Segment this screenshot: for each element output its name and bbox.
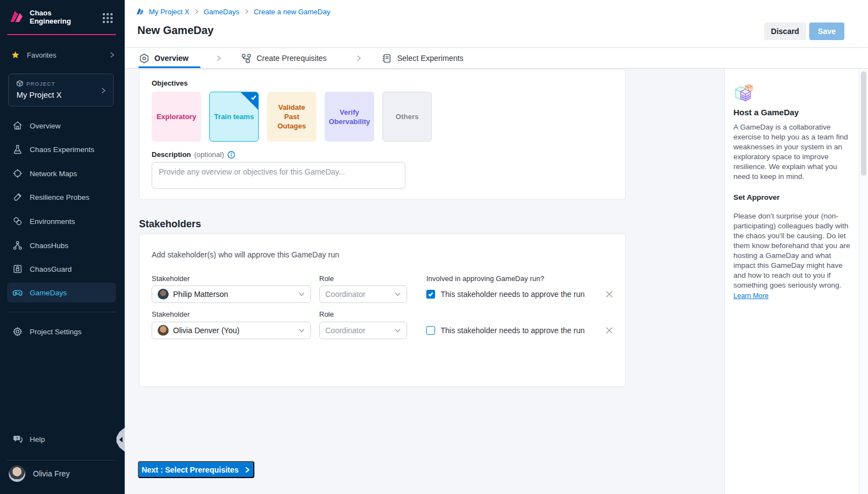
home-icon [13,121,23,131]
breadcrumb-gamedays[interactable]: GameDays [204,8,240,16]
left-sidebar: Chaos Engineering Favorites PROJECT My P… [0,0,125,494]
app-title-line2: Engineering [30,17,71,25]
stakeholder-select-row1[interactable]: Philip Matterson [152,285,311,303]
objective-label: Validate Past Outages [270,103,313,131]
sidebar-item-project-settings[interactable]: Project Settings [7,322,116,341]
objective-option-exploratory[interactable]: Exploratory [152,92,201,142]
objective-option-verify-observability[interactable]: Verify Obervability [325,92,374,142]
breadcrumb-project[interactable]: My Project X [149,8,190,16]
objectives-label: Objectives [152,79,188,87]
gamepad-icon [13,288,23,297]
sidebar-item-environments[interactable]: Environments [7,211,116,231]
info-icon[interactable] [227,151,235,159]
role-value: Coordinator [325,326,365,335]
stakeholders-card: Add stakeholder(s) who will approve this… [139,234,626,387]
approve-checkbox-row2[interactable]: This stakeholder needs to approve the ru… [426,326,585,335]
approve-checkbox-row1[interactable]: This stakeholder needs to approve the ru… [426,290,585,299]
project-logo-icon [136,7,144,16]
stakeholder-avatar [158,325,169,336]
checkbox-checked-icon[interactable] [426,290,435,299]
learn-more-link[interactable]: Learn More [733,292,769,300]
role-select-row1[interactable]: Coordinator [319,285,407,303]
checkbox-unchecked-icon[interactable] [426,326,435,335]
help-panel-paragraph2: Please don't surprise your (non-particip… [733,211,851,290]
objective-option-train-teams[interactable]: Train teams [209,92,259,142]
sidebar-item-chaoshubs[interactable]: ChaosHubs [7,235,116,255]
nav-label: Network Maps [30,170,77,178]
chevron-down-icon [394,291,401,297]
chevron-down-icon [298,327,305,334]
help-panel-title: Host a GameDay [733,108,799,117]
next-button[interactable]: Next : Select Prerequisites [138,461,254,478]
next-button-label: Next : Select Prerequisites [142,465,239,474]
role-col-label: Role [319,274,334,283]
stakeholder-select-row2[interactable]: Olivia Denver (You) [152,322,311,339]
sidebar-item-favorites[interactable]: Favorites [11,50,115,59]
approve-label: This stakeholder needs to approve the ru… [441,290,585,299]
page-scrollbar[interactable] [859,0,868,494]
sidebar-item-chaosguard[interactable]: ChaosGuard [7,259,116,279]
cube-icon [16,80,23,87]
help-panel-subtitle: Set Approver [733,193,780,201]
breadcrumb-current[interactable]: Create a new GameDay [254,8,330,16]
hub-icon [13,240,23,250]
sidebar-collapse-button[interactable] [116,428,125,452]
sidebar-divider [7,312,116,312]
chevron-right-icon [109,52,115,58]
breadcrumb: My Project X GameDays Create a new GameD… [136,7,330,16]
approve-label: This stakeholder needs to approve the ru… [441,326,585,335]
remove-row2-icon[interactable] [605,326,614,335]
wizard-tab-bar: Overview Create Prerequisites Select Exp… [125,48,868,69]
chevron-right-icon [244,467,251,473]
objective-option-validate-past-outages[interactable]: Validate Past Outages [267,92,316,142]
user-name: Olivia Frey [33,469,70,478]
chevron-right-icon [355,55,362,61]
scrollbar-thumb[interactable] [861,71,866,176]
tab-overview[interactable]: Overview [139,48,188,68]
user-menu[interactable]: Olivia Frey [9,465,70,482]
objective-option-others[interactable]: Others [382,92,432,142]
sidebar-item-overview[interactable]: Overview [7,116,116,136]
stakeholder-name: Philip Matterson [173,290,228,299]
project-label: PROJECT [26,81,55,87]
role-select-row2[interactable]: Coordinator [319,322,407,339]
nav-label: Overview [30,122,60,130]
sidebar-item-gamedays[interactable]: GameDays [7,283,116,302]
app-title-line1: Chaos [30,9,71,17]
active-tab-underline [138,66,201,68]
star-icon [11,50,20,59]
app-switcher-icon[interactable] [103,13,113,23]
sidebar-item-network-maps[interactable]: Network Maps [7,164,116,183]
favorites-label: Favorites [27,51,56,59]
save-button[interactable]: Save [809,23,844,40]
stakeholder-col-label: Stakeholder [152,310,190,318]
tab-label: Create Prerequisites [257,54,327,63]
tab-label: Select Experiments [397,54,464,63]
page-header: My Project X GameDays Create a new GameD… [125,0,868,48]
chevron-right-icon [244,9,249,14]
page-title: New GameDay [137,24,214,37]
main-content: Objectives Exploratory Train teams Valid… [125,69,724,494]
collapse-arrow-icon [119,437,123,442]
nav-label: Resilience Probes [30,193,90,201]
gear-icon [13,327,23,336]
project-name: My Project X [16,91,62,99]
tab-create-prerequisites[interactable]: Create Prerequisites [241,48,327,68]
objective-label: Verify Obervability [328,108,371,126]
sidebar-item-help[interactable]: ? Help [7,429,116,449]
objective-label: Train teams [214,112,254,121]
tab-select-experiments[interactable]: Select Experiments [382,48,464,68]
discard-button[interactable]: Discard [764,23,806,40]
overview-tab-icon [139,53,149,64]
sidebar-item-chaos-experiments[interactable]: Chaos Experiments [7,139,116,159]
app-logo-row[interactable]: Chaos Engineering [9,9,71,25]
remove-row1-icon[interactable] [605,290,614,299]
description-input[interactable] [152,162,405,189]
environments-icon [13,216,23,226]
chaos-logo-icon [9,9,24,25]
project-settings-label: Project Settings [30,328,82,336]
description-optional-label: (optional) [194,150,224,159]
nav-label: Chaos Experiments [30,145,94,154]
project-selector[interactable]: PROJECT My Project X [8,74,114,106]
sidebar-item-resilience-probes[interactable]: Resilience Probes [7,187,116,207]
